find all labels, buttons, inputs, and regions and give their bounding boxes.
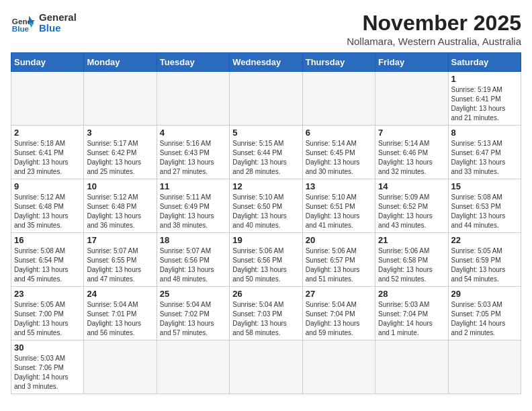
day-number-6: 6 (306, 128, 372, 138)
logo-text: General Blue (39, 12, 77, 34)
title-area: November 2025 Nollamara, Western Austral… (347, 11, 521, 47)
calendar-cell-19: 14Sunrise: 5:09 AMSunset: 6:52 PMDayligh… (375, 179, 448, 233)
logo-icon: General Blue (11, 11, 35, 35)
calendar-cell-32: 27Sunrise: 5:04 AMSunset: 7:04 PMDayligh… (302, 287, 375, 340)
calendar-cell-5 (375, 72, 448, 126)
day-info-28: Sunrise: 5:03 AMSunset: 7:04 PMDaylight:… (378, 300, 445, 338)
calendar-cell-21: 16Sunrise: 5:08 AMSunset: 6:54 PMDayligh… (11, 233, 84, 287)
day-info-22: Sunrise: 5:05 AMSunset: 6:59 PMDaylight:… (451, 246, 518, 284)
day-info-5: Sunrise: 5:15 AMSunset: 6:44 PMDaylight:… (232, 139, 299, 177)
calendar-cell-3 (230, 72, 302, 126)
day-info-24: Sunrise: 5:04 AMSunset: 7:01 PMDaylight:… (87, 300, 153, 338)
weekday-header-wednesday: Wednesday (230, 53, 302, 72)
calendar-cell-0 (11, 72, 84, 126)
calendar-cell-13: 8Sunrise: 5:13 AMSunset: 6:47 PMDaylight… (448, 126, 521, 179)
day-number-25: 25 (160, 289, 226, 299)
day-info-3: Sunrise: 5:17 AMSunset: 6:42 PMDaylight:… (87, 139, 153, 177)
day-number-9: 9 (14, 181, 81, 191)
weekday-header-monday: Monday (84, 53, 157, 72)
calendar-cell-18: 13Sunrise: 5:10 AMSunset: 6:51 PMDayligh… (302, 179, 375, 233)
calendar-row-0: 1Sunrise: 5:19 AMSunset: 6:41 PMDaylight… (11, 72, 521, 126)
day-number-16: 16 (14, 235, 81, 245)
day-number-17: 17 (87, 235, 153, 245)
day-info-15: Sunrise: 5:08 AMSunset: 6:53 PMDaylight:… (451, 193, 518, 230)
day-number-5: 5 (232, 128, 299, 138)
weekday-header-tuesday: Tuesday (157, 53, 229, 72)
weekday-header-saturday: Saturday (448, 53, 521, 72)
calendar-cell-12: 7Sunrise: 5:14 AMSunset: 6:46 PMDaylight… (375, 126, 448, 179)
day-info-19: Sunrise: 5:06 AMSunset: 6:56 PMDaylight:… (232, 246, 299, 284)
day-number-27: 27 (306, 289, 372, 299)
calendar: SundayMondayTuesdayWednesdayThursdayFrid… (11, 52, 521, 394)
calendar-cell-36 (84, 340, 157, 394)
calendar-cell-9: 4Sunrise: 5:16 AMSunset: 6:43 PMDaylight… (157, 126, 229, 179)
day-info-16: Sunrise: 5:08 AMSunset: 6:54 PMDaylight:… (14, 246, 81, 284)
calendar-cell-41 (448, 340, 521, 394)
day-number-20: 20 (306, 235, 372, 245)
day-info-6: Sunrise: 5:14 AMSunset: 6:45 PMDaylight:… (306, 139, 372, 177)
day-info-12: Sunrise: 5:10 AMSunset: 6:50 PMDaylight:… (232, 193, 299, 230)
day-info-20: Sunrise: 5:06 AMSunset: 6:57 PMDaylight:… (306, 246, 372, 284)
calendar-cell-39 (302, 340, 375, 394)
day-info-26: Sunrise: 5:04 AMSunset: 7:03 PMDaylight:… (232, 300, 299, 338)
calendar-body: 1Sunrise: 5:19 AMSunset: 6:41 PMDaylight… (11, 72, 521, 394)
day-info-8: Sunrise: 5:13 AMSunset: 6:47 PMDaylight:… (451, 139, 518, 177)
logo-blue: Blue (39, 22, 61, 34)
weekday-row: SundayMondayTuesdayWednesdayThursdayFrid… (11, 53, 521, 72)
calendar-cell-35: 30Sunrise: 5:03 AMSunset: 7:06 PMDayligh… (11, 340, 84, 394)
day-number-8: 8 (451, 128, 518, 138)
day-number-4: 4 (160, 128, 226, 138)
header: General Blue General Blue November 2025 … (11, 11, 521, 47)
day-info-13: Sunrise: 5:10 AMSunset: 6:51 PMDaylight:… (306, 193, 372, 230)
logo-general: General (39, 11, 77, 23)
day-number-29: 29 (451, 289, 518, 299)
calendar-row-4: 23Sunrise: 5:05 AMSunset: 7:00 PMDayligh… (11, 287, 521, 340)
calendar-cell-28: 23Sunrise: 5:05 AMSunset: 7:00 PMDayligh… (11, 287, 84, 340)
calendar-cell-33: 28Sunrise: 5:03 AMSunset: 7:04 PMDayligh… (375, 287, 448, 340)
day-number-10: 10 (87, 181, 153, 191)
calendar-cell-11: 6Sunrise: 5:14 AMSunset: 6:45 PMDaylight… (302, 126, 375, 179)
calendar-cell-10: 5Sunrise: 5:15 AMSunset: 6:44 PMDaylight… (230, 126, 302, 179)
calendar-cell-4 (302, 72, 375, 126)
day-info-10: Sunrise: 5:12 AMSunset: 6:48 PMDaylight:… (87, 193, 153, 230)
calendar-cell-14: 9Sunrise: 5:12 AMSunset: 6:48 PMDaylight… (11, 179, 84, 233)
calendar-row-2: 9Sunrise: 5:12 AMSunset: 6:48 PMDaylight… (11, 179, 521, 233)
calendar-cell-29: 24Sunrise: 5:04 AMSunset: 7:01 PMDayligh… (84, 287, 157, 340)
calendar-cell-17: 12Sunrise: 5:10 AMSunset: 6:50 PMDayligh… (230, 179, 302, 233)
calendar-cell-6: 1Sunrise: 5:19 AMSunset: 6:41 PMDaylight… (448, 72, 521, 126)
day-number-11: 11 (160, 181, 226, 191)
day-info-23: Sunrise: 5:05 AMSunset: 7:00 PMDaylight:… (14, 300, 81, 338)
calendar-cell-34: 29Sunrise: 5:03 AMSunset: 7:05 PMDayligh… (448, 287, 521, 340)
day-info-9: Sunrise: 5:12 AMSunset: 6:48 PMDaylight:… (14, 193, 81, 230)
subtitle: Nollamara, Western Australia, Australia (347, 36, 521, 47)
calendar-cell-1 (84, 72, 157, 126)
calendar-cell-38 (230, 340, 302, 394)
calendar-row-1: 2Sunrise: 5:18 AMSunset: 6:41 PMDaylight… (11, 126, 521, 179)
calendar-cell-20: 15Sunrise: 5:08 AMSunset: 6:53 PMDayligh… (448, 179, 521, 233)
weekday-header-friday: Friday (375, 53, 448, 72)
month-title: November 2025 (347, 11, 521, 36)
calendar-cell-22: 17Sunrise: 5:07 AMSunset: 6:55 PMDayligh… (84, 233, 157, 287)
calendar-cell-8: 3Sunrise: 5:17 AMSunset: 6:42 PMDaylight… (84, 126, 157, 179)
day-info-11: Sunrise: 5:11 AMSunset: 6:49 PMDaylight:… (160, 193, 226, 230)
day-number-2: 2 (14, 128, 81, 138)
day-info-25: Sunrise: 5:04 AMSunset: 7:02 PMDaylight:… (160, 300, 226, 338)
day-number-15: 15 (451, 181, 518, 191)
logo: General Blue General Blue (11, 11, 77, 35)
calendar-cell-26: 21Sunrise: 5:06 AMSunset: 6:58 PMDayligh… (375, 233, 448, 287)
calendar-cell-37 (157, 340, 229, 394)
day-info-2: Sunrise: 5:18 AMSunset: 6:41 PMDaylight:… (14, 139, 81, 177)
day-info-18: Sunrise: 5:07 AMSunset: 6:56 PMDaylight:… (160, 246, 226, 284)
day-info-27: Sunrise: 5:04 AMSunset: 7:04 PMDaylight:… (306, 300, 372, 338)
calendar-cell-31: 26Sunrise: 5:04 AMSunset: 7:03 PMDayligh… (230, 287, 302, 340)
day-info-7: Sunrise: 5:14 AMSunset: 6:46 PMDaylight:… (378, 139, 445, 177)
calendar-cell-24: 19Sunrise: 5:06 AMSunset: 6:56 PMDayligh… (230, 233, 302, 287)
day-number-12: 12 (232, 181, 299, 191)
day-number-19: 19 (232, 235, 299, 245)
calendar-row-5: 30Sunrise: 5:03 AMSunset: 7:06 PMDayligh… (11, 340, 521, 394)
day-number-24: 24 (87, 289, 153, 299)
calendar-cell-7: 2Sunrise: 5:18 AMSunset: 6:41 PMDaylight… (11, 126, 84, 179)
calendar-cell-15: 10Sunrise: 5:12 AMSunset: 6:48 PMDayligh… (84, 179, 157, 233)
weekday-header-thursday: Thursday (302, 53, 375, 72)
day-number-26: 26 (232, 289, 299, 299)
